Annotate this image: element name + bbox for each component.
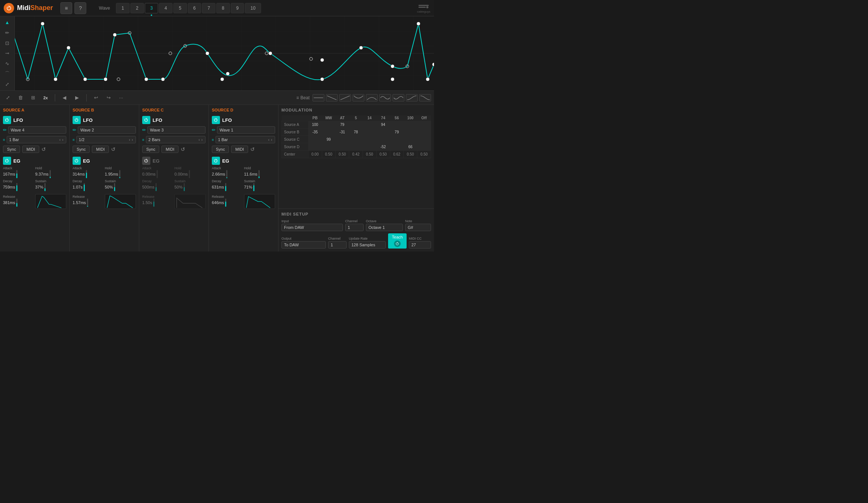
source-a-midi-btn[interactable]: MIDI xyxy=(22,146,39,153)
source-a-lfo-power[interactable] xyxy=(3,116,11,124)
mod-d-5[interactable] xyxy=(349,143,363,151)
mod-center-7[interactable]: 0.50 xyxy=(404,151,417,158)
shape-sine[interactable] xyxy=(379,94,391,101)
mod-c-14[interactable] xyxy=(363,136,376,143)
midi-update-rate-value[interactable]: 128 Samples xyxy=(349,241,386,249)
source-b-decay-slider[interactable] xyxy=(84,183,85,191)
midi-input-channel-value[interactable]: 1 xyxy=(345,224,364,231)
mod-a-at[interactable]: 79 xyxy=(335,121,349,129)
source-d-sustain-slider[interactable] xyxy=(253,183,254,191)
midi-output-channel-value[interactable]: 1 xyxy=(328,241,347,249)
mod-b-56[interactable]: 79 xyxy=(390,129,404,136)
source-c-sustain-slider[interactable] xyxy=(184,183,185,191)
source-d-pencil-icon[interactable]: ✏ xyxy=(212,127,216,133)
source-a-bar-value[interactable]: 1 Bar ‹ › xyxy=(7,136,66,143)
shape-valley[interactable] xyxy=(353,94,364,101)
source-c-attack-slider[interactable] xyxy=(157,170,158,178)
source-d-bar-prev[interactable]: ‹ xyxy=(268,138,270,142)
curve-tool[interactable]: ∿ xyxy=(3,60,12,67)
mod-center-2[interactable]: 0.50 xyxy=(335,151,349,158)
mod-b-mw[interactable] xyxy=(322,129,335,136)
mod-a-pb[interactable]: 100 xyxy=(308,121,322,129)
source-b-attack-slider[interactable] xyxy=(86,170,87,178)
source-d-wave-name[interactable]: Wave 1 xyxy=(217,126,275,134)
source-b-midi-btn[interactable]: MIDI xyxy=(92,146,108,153)
wave-tab-7[interactable]: 7 xyxy=(202,3,216,13)
mod-center-3[interactable]: 0.42 xyxy=(349,151,363,158)
mod-c-pb[interactable] xyxy=(308,136,322,143)
midi-output-value[interactable]: To DAW xyxy=(281,241,326,249)
mod-c-mw[interactable]: 99 xyxy=(322,136,335,143)
wave-tab-6[interactable]: 6 xyxy=(188,3,201,13)
midi-octave-value[interactable]: Octave 1 xyxy=(366,224,403,231)
source-d-hold-slider[interactable] xyxy=(258,170,260,178)
shape-ramp-up[interactable] xyxy=(339,94,351,101)
mod-b-5[interactable]: 78 xyxy=(349,129,363,136)
source-a-eg-power[interactable] xyxy=(3,157,11,165)
more-button[interactable]: ··· xyxy=(116,93,126,103)
mod-d-at[interactable] xyxy=(335,143,349,151)
source-d-bar-next[interactable]: › xyxy=(271,138,273,142)
mod-b-off[interactable] xyxy=(417,129,431,136)
source-d-attack-slider[interactable] xyxy=(226,170,227,178)
source-c-release-slider[interactable] xyxy=(153,199,154,207)
mod-d-mw[interactable] xyxy=(322,143,335,151)
help-button[interactable]: ? xyxy=(74,2,86,14)
shape-hill[interactable] xyxy=(366,94,378,101)
select-all-tool[interactable]: ⊡ xyxy=(3,40,12,46)
mod-a-off[interactable] xyxy=(417,121,431,129)
power-button[interactable] xyxy=(4,3,14,13)
source-a-release-slider[interactable] xyxy=(16,199,17,207)
mod-d-100[interactable]: 66 xyxy=(404,143,417,151)
source-c-lfo-power[interactable] xyxy=(142,116,150,124)
source-b-wave-name[interactable]: Wave 2 xyxy=(78,126,136,134)
source-c-eg-power[interactable] xyxy=(142,157,150,165)
wave-tab-9[interactable]: 9 xyxy=(231,3,244,13)
source-c-hold-slider[interactable] xyxy=(189,170,190,178)
source-c-decay-slider[interactable] xyxy=(156,183,157,191)
source-b-sync-btn[interactable]: Sync xyxy=(73,146,90,153)
mod-c-100[interactable] xyxy=(404,136,417,143)
wave-tab-2[interactable]: 2 xyxy=(130,3,144,13)
source-a-wave-name[interactable]: Wave 4 xyxy=(8,126,66,134)
redo-button[interactable]: ↪ xyxy=(104,93,113,103)
source-b-loop-btn[interactable]: ↺ xyxy=(111,146,116,152)
mod-c-74[interactable] xyxy=(376,136,390,143)
mod-d-74[interactable]: -52 xyxy=(376,143,390,151)
copy-button[interactable]: ⊞ xyxy=(28,93,38,103)
source-b-sustain-slider[interactable] xyxy=(114,183,115,191)
source-c-pencil-icon[interactable]: ✏ xyxy=(142,127,146,133)
mod-d-off[interactable] xyxy=(417,143,431,151)
source-d-eg-power[interactable] xyxy=(212,157,220,165)
source-a-sustain-slider[interactable] xyxy=(44,183,46,191)
source-b-release-slider[interactable] xyxy=(87,199,88,207)
mod-c-5[interactable] xyxy=(349,136,363,143)
teach-button[interactable]: Teach xyxy=(388,233,407,249)
source-a-bar-prev[interactable]: ‹ xyxy=(59,138,61,142)
source-b-bar-next[interactable]: › xyxy=(131,138,133,142)
source-c-bar-prev[interactable]: ‹ xyxy=(198,138,200,142)
source-d-decay-slider[interactable] xyxy=(225,183,226,191)
source-b-bar-prev[interactable]: ‹ xyxy=(128,138,130,142)
mod-center-4[interactable]: 0.50 xyxy=(363,151,376,158)
mod-b-pb[interactable]: -35 xyxy=(308,129,322,136)
source-b-bar-value[interactable]: 1/2 ‹ › xyxy=(76,136,136,143)
mod-center-0[interactable]: 0.00 xyxy=(308,151,322,158)
mod-c-at[interactable] xyxy=(335,136,349,143)
mod-c-56[interactable] xyxy=(390,136,404,143)
source-c-sync-btn[interactable]: Sync xyxy=(142,146,159,153)
node-tool[interactable]: ⊸ xyxy=(3,50,12,57)
midi-input-value[interactable]: From DAW xyxy=(281,224,343,231)
shape-s-curve2[interactable] xyxy=(419,94,431,101)
source-a-decay-slider[interactable] xyxy=(16,183,17,191)
line-tool[interactable]: ⌒ xyxy=(3,70,12,77)
source-d-sync-btn[interactable]: Sync xyxy=(212,146,229,153)
source-b-pencil-icon[interactable]: ✏ xyxy=(73,127,76,133)
mod-b-74[interactable] xyxy=(376,129,390,136)
select-tool[interactable]: ▲ xyxy=(3,19,12,26)
source-d-release-slider[interactable] xyxy=(225,199,226,207)
source-a-bar-next[interactable]: › xyxy=(62,138,64,142)
source-a-loop-btn[interactable]: ↺ xyxy=(41,146,46,152)
mod-c-off[interactable] xyxy=(417,136,431,143)
wave-tab-1[interactable]: 1 xyxy=(116,3,130,13)
